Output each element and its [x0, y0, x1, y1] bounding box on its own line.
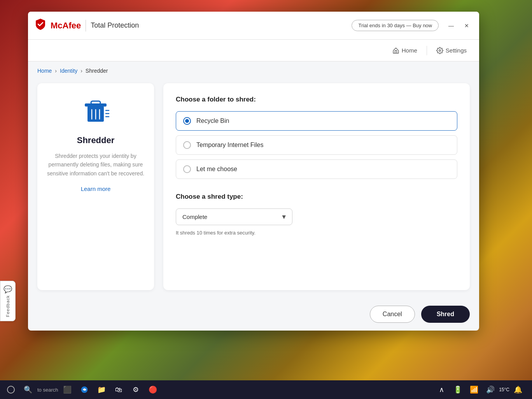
breadcrumb: Home › Identity › Shredder: [28, 61, 479, 77]
taskbar-search-text[interactable]: to search: [37, 387, 58, 393]
title-bar: McAfee Total Protection Trial ends in 30…: [28, 12, 479, 40]
mcafee-logo: McAfee: [34, 18, 81, 33]
taskbar-up-arrow[interactable]: ∧: [434, 382, 449, 397]
feedback-label: Feedback: [5, 295, 10, 317]
shred-type-section-label: Choose a shred type:: [176, 193, 457, 201]
taskbar-weather: 15°C: [499, 387, 509, 393]
taskbar-store-icon[interactable]: 🛍: [111, 382, 126, 397]
feedback-icon: 💬: [4, 285, 12, 294]
shred-button[interactable]: Shred: [421, 306, 470, 323]
option-temp-files[interactable]: Temporary Internet Files: [176, 135, 457, 155]
taskbar-settings-icon[interactable]: ⚙: [128, 382, 144, 397]
svg-rect-4: [91, 101, 100, 104]
taskbar-wifi-icon: 📶: [466, 382, 482, 397]
breadcrumb-current: Shredder: [86, 68, 108, 74]
trial-badge[interactable]: Trial ends in 30 days — Buy now: [352, 20, 439, 31]
breadcrumb-identity[interactable]: Identity: [60, 68, 77, 74]
option-recycle-bin-label: Recycle Bin: [196, 117, 229, 124]
left-panel: Shredder Shredder protects your identity…: [37, 83, 154, 290]
settings-nav-label: Settings: [446, 47, 467, 54]
radio-circle-temp: [183, 141, 191, 149]
option-temp-files-label: Temporary Internet Files: [196, 142, 264, 149]
taskbar-edge-icon[interactable]: [77, 382, 92, 397]
window-controls: — ✕: [445, 19, 473, 32]
taskbar-explorer-icon[interactable]: 📁: [94, 382, 109, 397]
home-nav-label: Home: [402, 47, 417, 54]
content-area: Shredder Shredder protects your identity…: [28, 77, 479, 299]
taskbar-search-icon[interactable]: 🔍: [20, 382, 36, 397]
close-button[interactable]: ✕: [460, 19, 473, 32]
radio-circle-recycle: [183, 117, 191, 125]
left-panel-description: Shredder protects your identity by perma…: [47, 152, 145, 178]
mcafee-shield-icon: [34, 18, 47, 33]
option-recycle-bin[interactable]: Recycle Bin: [176, 111, 457, 131]
shred-type-select-wrap: Complete Quick Custom ▼: [176, 208, 292, 225]
taskbar-system-icons: ∧ 🔋 📶 🔊 15°C 🔔: [434, 382, 526, 397]
cancel-button[interactable]: Cancel: [370, 306, 415, 323]
taskbar-volume-icon[interactable]: 🔊: [483, 382, 498, 397]
mcafee-brand-label: McAfee: [51, 21, 81, 31]
radio-circle-custom: [183, 165, 191, 173]
learn-more-link[interactable]: Learn more: [81, 186, 111, 192]
breadcrumb-sep-2: ›: [80, 68, 82, 74]
settings-icon: [436, 47, 443, 54]
right-panel: Choose a folder to shred: Recycle Bin Te…: [163, 83, 470, 290]
folder-section-label: Choose a folder to shred:: [176, 96, 457, 103]
product-name-label: Total Protection: [91, 21, 139, 30]
footer-buttons: Cancel Shred: [28, 299, 479, 331]
app-window: McAfee Total Protection Trial ends in 30…: [28, 12, 479, 331]
svg-point-0: [439, 49, 441, 51]
taskbar-notification[interactable]: 🔔: [510, 382, 526, 397]
settings-nav-item[interactable]: Settings: [433, 46, 470, 56]
breadcrumb-home[interactable]: Home: [37, 68, 52, 74]
taskbar-mcafee-icon[interactable]: 🔴: [145, 382, 161, 397]
left-panel-title: Shredder: [77, 135, 115, 145]
taskbar-battery-icon: 🔋: [450, 382, 466, 397]
home-icon: [392, 47, 399, 54]
start-circle-icon: [7, 386, 15, 394]
breadcrumb-sep-1: ›: [55, 68, 57, 74]
shredder-feature-icon: [80, 99, 111, 126]
option-let-me-choose[interactable]: Let me choose: [176, 159, 457, 179]
brand-divider: [86, 20, 86, 32]
home-nav-item[interactable]: Home: [389, 46, 420, 56]
nav-bar: Home Settings: [28, 40, 479, 61]
shredder-icon-wrap: [80, 99, 111, 128]
shred-type-section: Choose a shred type: Complete Quick Cust…: [176, 193, 457, 236]
feedback-tab[interactable]: 💬 Feedback: [0, 281, 16, 321]
taskbar: 🔍 to search ⬛ 📁 🛍 ⚙ 🔴 ∧ 🔋 📶 🔊 15°C 🔔: [0, 380, 532, 399]
option-let-me-choose-label: Let me choose: [196, 166, 237, 173]
nav-separator: [427, 46, 427, 55]
shred-type-select[interactable]: Complete Quick Custom: [176, 208, 292, 225]
minimize-button[interactable]: —: [445, 19, 457, 32]
shred-info-text: It shreds 10 times for extra security.: [176, 230, 457, 236]
taskbar-task-view[interactable]: ⬛: [60, 382, 75, 397]
taskbar-start-button[interactable]: [3, 382, 19, 397]
radio-dot-recycle: [185, 119, 189, 123]
